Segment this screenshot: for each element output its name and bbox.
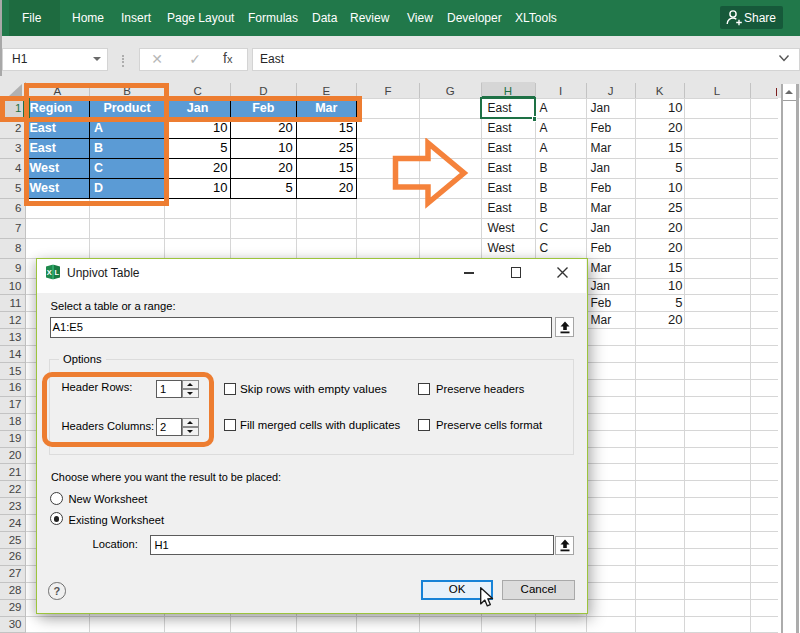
svg-text:L: L	[54, 268, 59, 277]
svg-text:X: X	[47, 268, 52, 277]
